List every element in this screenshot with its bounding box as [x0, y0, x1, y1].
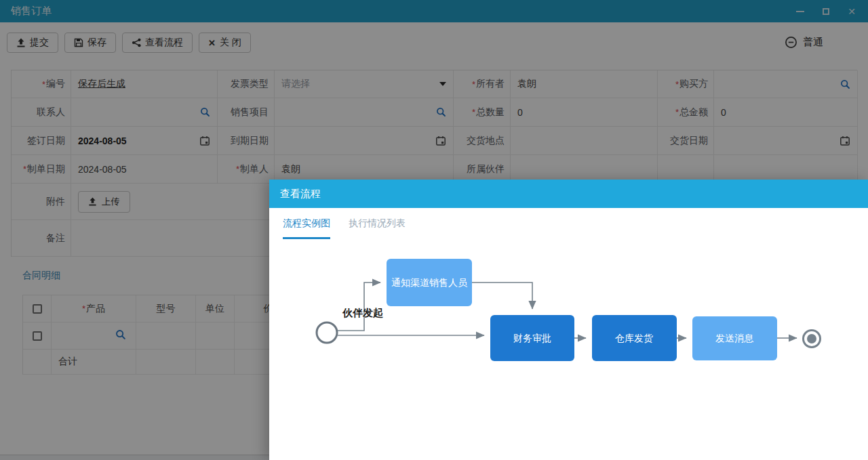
edge-notify-to-finance	[472, 283, 532, 309]
view-process-modal: 查看流程 流程实例图 执行情况列表	[269, 180, 868, 460]
node-label: 仓库发货	[615, 333, 653, 343]
node-label: 通知渠道销售人员	[391, 277, 468, 288]
process-diagram: 伙伴发起 通知渠道销售人员 财务审批 仓库发货 发送消息	[269, 239, 868, 460]
edge-label: 伙伴发起	[342, 307, 383, 318]
start-node	[317, 322, 337, 343]
tab-execution-list[interactable]: 执行情况列表	[349, 208, 406, 239]
workflow-svg: 伙伴发起 通知渠道销售人员 财务审批 仓库发货 发送消息	[269, 239, 868, 460]
node-label: 发送消息	[715, 333, 754, 343]
tab-process-instance[interactable]: 流程实例图	[283, 208, 330, 239]
end-node-dot	[807, 334, 816, 343]
modal-title: 查看流程	[280, 188, 321, 201]
screen: 销售订单 ✕ 提交 保存	[0, 0, 868, 460]
modal-header: 查看流程	[269, 180, 868, 208]
node-label: 财务审批	[513, 333, 551, 343]
modal-tab-bar: 流程实例图 执行情况列表	[269, 208, 868, 239]
